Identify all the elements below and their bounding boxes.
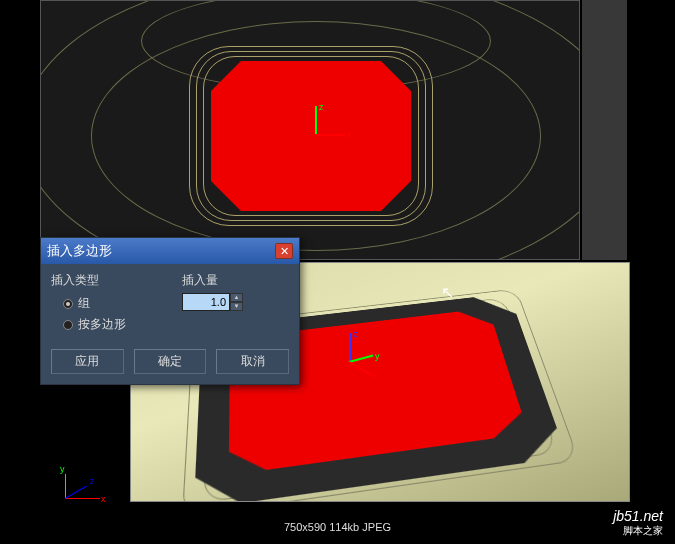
left-strip [0,0,40,544]
radio-icon [63,299,73,309]
viewport-top-wireframe[interactable]: z x [40,0,580,260]
radio-icon [63,320,73,330]
apply-button[interactable]: 应用 [51,349,124,374]
radio-by-polygon[interactable]: 按多边形 [51,314,158,335]
axis-x-label: x [371,371,376,381]
radio-by-polygon-label: 按多边形 [78,316,126,333]
watermark-site: jb51.net [613,508,663,524]
viewport-container: z x z y x ↖ x y z [0,0,675,544]
world-axis-x [65,498,100,499]
transform-gizmo-top[interactable]: z x [291,106,341,156]
dialog-title: 插入多边形 [47,242,112,260]
transform-gizmo-persp[interactable]: z y x [341,333,401,393]
dialog-titlebar[interactable]: 插入多边形 ✕ [41,238,299,264]
inset-polygon-dialog: 插入多边形 ✕ 插入类型 组 按多边形 [40,237,300,385]
amount-spinner: ▲ ▼ [182,293,289,311]
spinner-up-button[interactable]: ▲ [230,293,243,302]
cursor-icon: ↖ [441,283,455,303]
radio-group-label: 组 [78,295,90,312]
world-axis-z-label: z [90,476,95,486]
ok-button[interactable]: 确定 [134,349,207,374]
world-axis-z [65,486,87,499]
amount-input[interactable] [182,293,230,311]
insert-type-group: 插入类型 组 按多边形 [51,272,158,335]
close-button[interactable]: ✕ [275,243,293,259]
spinner-down-button[interactable]: ▼ [230,302,243,311]
right-panel [582,0,627,260]
right-strip [627,0,675,544]
status-format: JPEG [362,521,391,533]
axis-x-line[interactable] [315,134,345,136]
world-axis-x-label: x [101,494,106,504]
axis-y-label: y [375,351,380,361]
axis-y-label: z [319,102,324,112]
axis-y-line[interactable] [349,355,374,363]
status-filesize: 114kb [329,521,359,533]
world-axis-y [65,474,66,499]
axis-x-label: x [347,130,352,140]
axis-x-line[interactable] [349,361,372,375]
world-axis-indicator: x y z [55,454,125,504]
world-axis-y-label: y [60,464,65,474]
status-dimensions: 750x590 [284,521,326,533]
watermark-name: 脚本之家 [623,524,663,538]
axis-z-line[interactable] [349,333,351,363]
insert-amount-group: 插入量 ▲ ▼ [182,272,289,335]
radio-group[interactable]: 组 [51,293,158,314]
insert-amount-label: 插入量 [182,272,289,289]
cancel-button[interactable]: 取消 [216,349,289,374]
axis-z-label: z [353,329,358,339]
axis-y-line[interactable] [315,106,317,136]
dialog-body: 插入类型 组 按多边形 插入量 ▲ [41,264,299,384]
status-bar: 750x590 114kb JPEG [0,518,675,536]
close-icon: ✕ [280,245,289,257]
insert-type-label: 插入类型 [51,272,158,289]
